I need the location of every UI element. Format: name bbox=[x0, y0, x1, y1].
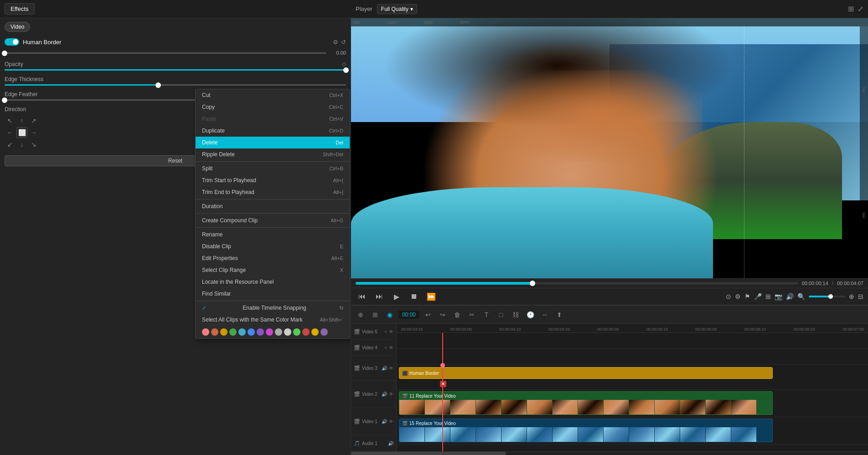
tl-box[interactable]: □ bbox=[495, 309, 507, 321]
edge-thickness-slider[interactable] bbox=[5, 84, 346, 86]
track-eye-v4[interactable]: 👁 bbox=[389, 345, 393, 350]
ctx-locate[interactable]: Locate in the Resource Panel bbox=[196, 276, 350, 288]
track-speaker-v2[interactable]: 🔊 bbox=[382, 392, 387, 397]
main-slider-track[interactable] bbox=[5, 52, 326, 54]
video1-clip[interactable]: 🎬 15 Replace Your Video bbox=[399, 419, 773, 442]
ctx-select-range[interactable]: Select Clip Range X bbox=[196, 264, 350, 276]
track-speaker-v3[interactable]: 🔊 bbox=[382, 366, 387, 371]
ctx-edit-props[interactable]: Edit Properties Alt+E bbox=[196, 252, 350, 264]
expand-icon[interactable]: ⤢ bbox=[858, 5, 863, 13]
dir-top[interactable]: ↑ bbox=[16, 115, 27, 126]
grid-icon2[interactable]: ⊟ bbox=[858, 293, 863, 300]
track-add-v5[interactable]: + bbox=[384, 329, 387, 334]
track-eye-v1[interactable]: 👁 bbox=[389, 419, 393, 424]
flag-icon[interactable]: ⚑ bbox=[744, 293, 750, 300]
dir-topleft[interactable]: ↖ bbox=[5, 115, 16, 126]
video2-clip[interactable]: 🎬 11 Replace Your Video bbox=[399, 391, 773, 415]
ctx-ripple-delete[interactable]: Ripple Delete Shift+Del bbox=[196, 148, 350, 160]
tl-icon1[interactable]: ⊕ bbox=[355, 309, 367, 321]
ctx-duplicate[interactable]: Duplicate Ctrl+D bbox=[196, 125, 350, 137]
tl-clock[interactable]: 🕐 bbox=[524, 309, 536, 321]
swatch-gold[interactable] bbox=[311, 328, 319, 336]
volume-icon[interactable]: 🔊 bbox=[786, 293, 794, 300]
tl-cut[interactable]: ✂ bbox=[466, 309, 478, 321]
ctx-copy[interactable]: Copy Ctrl+C bbox=[196, 101, 350, 113]
progress-thumb[interactable] bbox=[530, 281, 535, 286]
swatch-magenta[interactable] bbox=[266, 328, 273, 336]
dir-bottom[interactable]: ↓ bbox=[16, 139, 27, 150]
track-eye-v2[interactable]: 👁 bbox=[389, 392, 393, 397]
play-button[interactable]: ▶ bbox=[390, 290, 403, 303]
step-back-button[interactable]: ⏮ bbox=[356, 290, 368, 303]
progress-bar[interactable] bbox=[356, 282, 798, 285]
tl-undo[interactable]: ↩ bbox=[422, 309, 434, 321]
split-icon[interactable]: ⊞ bbox=[765, 293, 771, 300]
tl-resize[interactable]: ↔ bbox=[539, 309, 551, 321]
swatch-teal[interactable] bbox=[238, 328, 246, 336]
circle-icon[interactable]: ⊙ bbox=[726, 293, 731, 300]
opacity-keyframe-icon[interactable]: ◇ bbox=[342, 61, 346, 67]
dir-bottomright[interactable]: ↘ bbox=[28, 139, 39, 150]
swatch-lavender[interactable] bbox=[320, 328, 328, 336]
ctx-split[interactable]: Split Ctrl+B bbox=[196, 163, 350, 174]
ctx-duration[interactable]: Duration bbox=[196, 200, 350, 212]
refresh-icon[interactable]: ↺ bbox=[341, 39, 346, 46]
zoom-slider[interactable] bbox=[809, 296, 845, 297]
human-border-toggle[interactable] bbox=[5, 38, 19, 46]
track-speaker-v1[interactable]: 🔊 bbox=[382, 419, 387, 424]
swatch-blue[interactable] bbox=[248, 328, 255, 336]
ctx-compound[interactable]: Create Compound Clip Alt+G bbox=[196, 215, 350, 226]
swatch-gray[interactable] bbox=[275, 328, 282, 336]
human-border-clip[interactable]: ⬛ Human Border ♥ bbox=[399, 367, 773, 379]
track-add-v4[interactable]: + bbox=[384, 345, 387, 350]
ctx-select-color[interactable]: Select All Clips with the Same Color Mar… bbox=[196, 314, 350, 326]
swatch-lime[interactable] bbox=[293, 328, 300, 336]
settings-icon2[interactable]: ⚙ bbox=[735, 293, 741, 300]
snapshot-icon[interactable]: 📷 bbox=[775, 293, 782, 300]
tl-redo[interactable]: ↪ bbox=[437, 309, 449, 321]
scrollbar-thumb[interactable] bbox=[351, 452, 506, 455]
tl-delete[interactable]: 🗑 bbox=[451, 309, 463, 321]
ctx-find-similar[interactable]: Find Similar bbox=[196, 288, 350, 300]
tl-link[interactable]: ⛓ bbox=[510, 309, 522, 321]
frame-back-button[interactable]: ⏭ bbox=[373, 290, 386, 303]
ctx-trim-start[interactable]: Trim Start to Playhead Alt+[ bbox=[196, 174, 350, 186]
zoom-out-icon[interactable]: 🔍 bbox=[797, 293, 805, 300]
tl-text[interactable]: T bbox=[480, 309, 492, 321]
video-tab[interactable]: Video bbox=[5, 22, 30, 32]
horizontal-scrollbar[interactable] bbox=[351, 451, 868, 455]
dir-right[interactable]: → bbox=[28, 127, 39, 138]
swatch-lightgray[interactable] bbox=[284, 328, 291, 336]
ctx-disable[interactable]: Disable Clip E bbox=[196, 240, 350, 252]
mic-icon[interactable]: 🎤 bbox=[754, 293, 762, 300]
track-eye-v3[interactable]: 👁 bbox=[389, 366, 393, 371]
opacity-slider-track[interactable] bbox=[5, 69, 346, 71]
dir-bottomleft[interactable]: ↙ bbox=[5, 139, 16, 150]
skip-forward-button[interactable]: ⏩ bbox=[425, 290, 438, 303]
ctx-timeline-snap[interactable]: ✓ Enable Timeline Snapping N bbox=[196, 302, 350, 314]
tl-icon2[interactable]: ⊞ bbox=[369, 309, 381, 321]
dir-center[interactable]: ⬜ bbox=[16, 127, 27, 138]
swatch-pink[interactable] bbox=[202, 328, 209, 336]
stop-button[interactable]: ⏹ bbox=[408, 290, 420, 303]
swatch-red[interactable] bbox=[302, 328, 310, 336]
swatch-green[interactable] bbox=[229, 328, 237, 336]
track-speaker-a1[interactable]: 🔊 bbox=[388, 441, 393, 446]
swatch-orange[interactable] bbox=[211, 328, 218, 336]
swatch-yellow[interactable] bbox=[220, 328, 227, 336]
track-eye-v5[interactable]: 👁 bbox=[389, 329, 393, 334]
tl-icon3[interactable]: ◉ bbox=[384, 309, 396, 321]
settings-icon[interactable]: ⚙ bbox=[333, 39, 338, 46]
grid-icon[interactable]: ⊞ bbox=[848, 5, 854, 13]
effects-tab[interactable]: Effects bbox=[5, 3, 35, 15]
swatch-purple[interactable] bbox=[257, 328, 264, 336]
ctx-rename[interactable]: Rename bbox=[196, 229, 350, 240]
dir-left[interactable]: ← bbox=[5, 127, 16, 138]
ctx-cut[interactable]: Cut Ctrl+X bbox=[196, 89, 350, 101]
dir-topright[interactable]: ↗ bbox=[28, 115, 39, 126]
tl-export[interactable]: ⬆ bbox=[553, 309, 565, 321]
ctx-trim-end[interactable]: Trim End to Playhead Alt+] bbox=[196, 186, 350, 198]
ctx-delete[interactable]: Delete Del bbox=[196, 137, 350, 148]
zoom-in-icon[interactable]: ⊕ bbox=[849, 293, 854, 300]
quality-select[interactable]: Full Quality ▾ bbox=[377, 4, 417, 14]
